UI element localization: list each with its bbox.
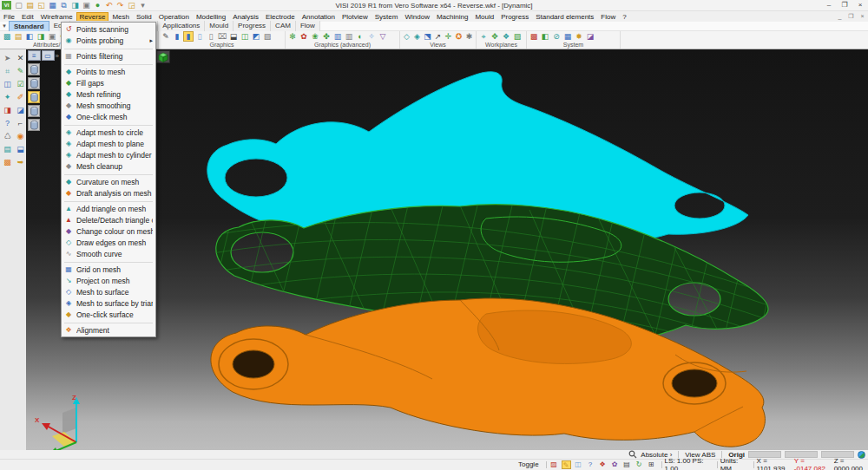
snapshot-icon[interactable]: ◧ <box>540 31 550 42</box>
layer-button-1[interactable] <box>28 63 40 75</box>
cube-colour-icon[interactable]: ✿ <box>610 460 620 469</box>
clipboard-icon[interactable]: ◫ <box>574 460 583 469</box>
plane-select-icon[interactable]: ◪ <box>15 105 26 116</box>
spark-icon[interactable]: ✸ <box>574 31 584 42</box>
light-icon[interactable]: ◐ <box>355 31 365 42</box>
grid-status-icon[interactable]: ⊞ <box>647 460 656 469</box>
layer-button-2[interactable] <box>28 77 40 89</box>
stop-icon[interactable]: ● <box>93 1 102 10</box>
rotate-view-icon[interactable]: ⬔ <box>423 31 432 42</box>
monitor-icon[interactable]: ▦ <box>562 31 573 42</box>
bin-icon[interactable]: ⬓ <box>228 31 239 42</box>
menu-item-change-colour-on-mesh[interactable]: ◆ Change colour on mesh <box>62 225 155 237</box>
menu-item-points-scanning[interactable]: ↺ Points scanning <box>62 23 155 35</box>
menu-item-mesh-refining[interactable]: ◆ Mesh refining <box>62 88 155 100</box>
layer-button-3[interactable] <box>28 91 40 103</box>
menu-item-fill-gaps[interactable]: ◆ Fill gaps <box>62 77 155 88</box>
open-folder-icon[interactable]: ▤ <box>25 1 35 10</box>
transparency-icon[interactable]: ✧ <box>366 31 377 42</box>
edit-mode-icon[interactable]: ✎ <box>562 460 571 469</box>
redraw-icon[interactable]: ✎ <box>161 31 171 42</box>
menu-plotview[interactable]: Plotview <box>339 12 372 22</box>
delete-icon[interactable]: ⌧ <box>217 31 227 42</box>
attribute-icon[interactable]: ▩ <box>2 31 12 42</box>
print-icon[interactable]: ▣ <box>82 1 91 10</box>
pan-view-icon[interactable]: ✛ <box>444 31 453 42</box>
menu-separator[interactable] <box>64 199 153 202</box>
query-icon[interactable]: ? <box>2 118 13 129</box>
disable-icon[interactable]: ⊘ <box>551 31 562 42</box>
mask-icon[interactable]: ▨ <box>262 31 273 42</box>
tab-progress[interactable]: Progress <box>233 21 271 32</box>
list-status-icon[interactable]: ▤ <box>622 460 632 469</box>
mdi-minimize-button[interactable]: _ <box>834 12 845 21</box>
menu-item-points-to-mesh[interactable]: ◆ Points to mesh <box>62 66 155 77</box>
copy-screen-icon[interactable]: ◨ <box>70 1 80 10</box>
pen-icon[interactable]: ✐ <box>15 92 26 103</box>
menu-standard-elements[interactable]: Standard elements <box>532 12 597 22</box>
save-all-icon[interactable]: ⧉ <box>59 1 69 10</box>
snap-status-icon[interactable]: ▨ <box>549 460 559 469</box>
export-icon[interactable]: ➥ <box>15 157 26 168</box>
menu-separator[interactable] <box>64 173 153 175</box>
menu-system[interactable]: System <box>372 12 402 22</box>
list-icon[interactable]: ▤ <box>2 144 13 155</box>
menu-separator[interactable] <box>64 47 153 49</box>
search-icon[interactable] <box>628 450 637 459</box>
hidden-line-icon[interactable]: ▯ <box>206 31 216 42</box>
style-icon[interactable]: ▣ <box>47 31 57 42</box>
menu-item-adapt-mesh-to-circle[interactable]: ◈ Adapt mesh to circle <box>62 127 155 138</box>
sketch-icon[interactable]: ✎ <box>15 66 26 77</box>
shade-icon[interactable]: ▮ <box>172 31 182 42</box>
menu-progress[interactable]: Progress <box>497 12 532 22</box>
new-document-icon[interactable]: ▢ <box>14 1 23 10</box>
menu-item-curvature-on-mesh[interactable]: ◆ Curvature on mesh <box>62 176 155 187</box>
measure-icon[interactable]: ⌐ <box>15 118 26 129</box>
menu-item-adapt-mesh-to-cylinder[interactable]: ◈ Adapt mesh to cylinder <box>62 149 155 160</box>
tab-flow[interactable]: Flow <box>296 21 320 32</box>
magic-icon[interactable]: ✦ <box>2 92 13 103</box>
save-icon[interactable]: ▦ <box>48 1 57 10</box>
mdi-close-button[interactable]: × <box>857 12 868 21</box>
close-button[interactable]: × <box>852 0 868 10</box>
half-select-icon[interactable]: ◨ <box>2 105 13 116</box>
mdi-restore-button[interactable]: ❐ <box>845 12 857 21</box>
shade-selected-icon[interactable]: ▮ <box>183 31 194 42</box>
import-file-icon[interactable]: ◱ <box>36 1 46 10</box>
texture-icon[interactable]: ❀ <box>310 31 320 42</box>
menu-item-mesh-to-surface-by-triangles[interactable]: ◈ Mesh to surface by triangles <box>62 297 155 309</box>
linetype-icon[interactable]: ◨ <box>36 31 46 42</box>
maximize-button[interactable]: ❐ <box>837 0 852 10</box>
layer-button-4[interactable] <box>28 105 40 117</box>
menu-item-alignment[interactable]: ❖ Alignment <box>62 324 155 336</box>
menu-item-one-click-surface[interactable]: ◆ One-click surface <box>62 309 155 320</box>
settings-grid-icon[interactable]: ▩ <box>529 31 539 42</box>
menu-item-points-filtering[interactable]: ▦ Points filtering <box>62 50 155 62</box>
section-icon[interactable]: ▥ <box>332 31 343 42</box>
layer-button-5[interactable] <box>28 119 40 131</box>
select-icon[interactable]: ➤ <box>2 53 13 64</box>
grid-snap-icon[interactable]: ⌗ <box>2 66 13 77</box>
refresh-status-icon[interactable]: ↻ <box>635 460 644 469</box>
wireframe-view-icon[interactable]: ▯ <box>194 31 205 42</box>
plant-icon[interactable]: ✤ <box>321 31 332 42</box>
flower-icon[interactable]: ❖ <box>598 460 608 469</box>
menu-separator[interactable] <box>64 260 153 263</box>
strip-chevron-icon[interactable]: » <box>56 52 59 60</box>
menu-item-draw-edges-on-mesh[interactable]: ◇ Draw edges on mesh <box>62 237 155 248</box>
menu-item-smooth-curve[interactable]: ∿ Smooth curve <box>62 248 155 259</box>
window-select-icon[interactable]: ◫ <box>2 79 13 90</box>
redo-icon[interactable]: ↷ <box>115 1 125 10</box>
menu-separator[interactable] <box>64 62 153 65</box>
tab-applications[interactable]: Applications <box>158 21 205 32</box>
menu-window[interactable]: Window <box>401 12 432 22</box>
menu-item-project-on-mesh[interactable]: ↘ Project on mesh <box>62 275 155 286</box>
restore-icon[interactable]: ◫ <box>240 31 250 42</box>
layer-manager-icon[interactable]: ▤ <box>13 31 23 42</box>
workplane-grid-icon[interactable]: ▨ <box>512 31 523 42</box>
menu-mould[interactable]: Mould <box>471 12 497 22</box>
workplane-icon[interactable]: ⌖ <box>478 31 489 42</box>
render-tools-icon[interactable]: ✻ <box>287 31 298 42</box>
menu-item-adapt-mesh-to-plane[interactable]: ◈ Adapt mesh to plane <box>62 138 155 149</box>
trash-icon[interactable]: ♺ <box>2 131 13 142</box>
